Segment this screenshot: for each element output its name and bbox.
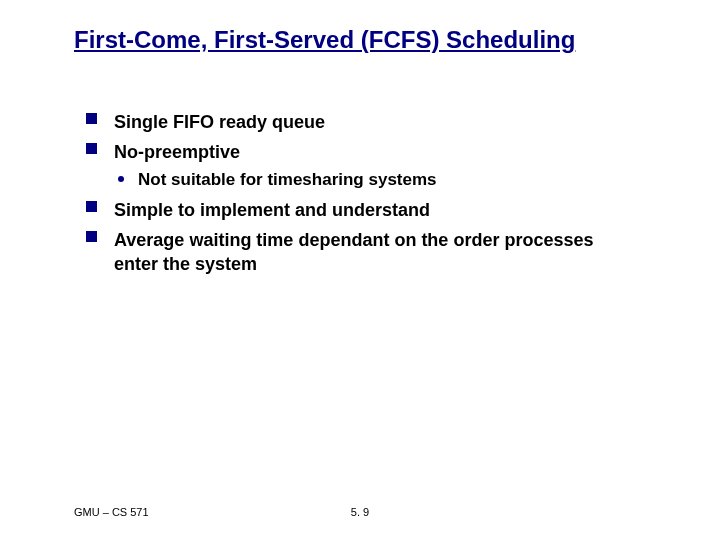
page-title: First-Come, First-Served (FCFS) Scheduli… bbox=[74, 26, 660, 54]
list-item: Average waiting time dependant on the or… bbox=[86, 228, 630, 277]
bullet-text: No-preemptive bbox=[114, 142, 240, 162]
list-item: Single FIFO ready queue bbox=[86, 110, 630, 134]
square-bullet-icon bbox=[86, 113, 97, 124]
sub-bullet-list: Not suitable for timesharing systems bbox=[114, 169, 630, 192]
list-item: No-preemptive Not suitable for timeshari… bbox=[86, 140, 630, 191]
dot-bullet-icon bbox=[118, 176, 124, 182]
list-item: Simple to implement and understand bbox=[86, 198, 630, 222]
square-bullet-icon bbox=[86, 143, 97, 154]
slide: First-Come, First-Served (FCFS) Scheduli… bbox=[0, 0, 720, 540]
bullet-text: Single FIFO ready queue bbox=[114, 112, 325, 132]
square-bullet-icon bbox=[86, 231, 97, 242]
list-item: Not suitable for timesharing systems bbox=[114, 169, 630, 192]
bullet-list: Single FIFO ready queue No-preemptive No… bbox=[86, 110, 630, 276]
bullet-text: Not suitable for timesharing systems bbox=[138, 170, 437, 189]
square-bullet-icon bbox=[86, 201, 97, 212]
bullet-text: Simple to implement and understand bbox=[114, 200, 430, 220]
bullet-text: Average waiting time dependant on the or… bbox=[114, 230, 593, 274]
footer-page-number: 5. 9 bbox=[0, 506, 720, 518]
content-area: Single FIFO ready queue No-preemptive No… bbox=[86, 110, 630, 282]
